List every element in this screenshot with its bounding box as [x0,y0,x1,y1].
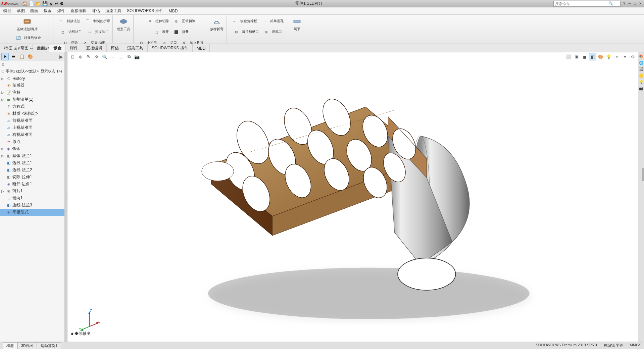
btn-lights[interactable]: ✦ [621,53,629,60]
tree-item-origin[interactable]: ✛ 原点 [0,138,64,145]
quick-access-new[interactable]: 📄 [29,1,34,6]
btn-edge-flange[interactable]: ◻ 边线法兰 [57,27,83,37]
sidebar-tool-pointer[interactable]: 🖱 [1,53,9,60]
expand-annotation[interactable]: ▷ [1,91,5,94]
quick-access-undo[interactable]: ↩ [55,1,58,6]
quick-access-save[interactable]: 💾 [42,1,48,6]
maximize-button[interactable]: □ [633,1,637,6]
tab-sheetmetal[interactable]: 钣金 [49,45,66,52]
viewport[interactable]: ⊡ ⊕ ↻ ✥ 🔍 ← ⊥ ⧉ 📷 ⬜ ▣ ◼ ◧ 🎨 💡 ⟡ ✦ ⚙ [67,52,638,342]
tree-item-cut1[interactable]: ◧ 切除-拉伸1 [0,173,64,181]
btn-miter-flange[interactable]: ⟟ 斜接法兰 [55,16,81,26]
menu-surface[interactable]: 曲面 [28,7,41,14]
expand-history[interactable]: ▷ [1,77,5,81]
btn-normal-to[interactable]: ⊥ [117,53,125,60]
tab-direct-edit[interactable]: 直接编辑 [82,44,107,52]
quick-access-open[interactable]: 📂 [36,1,41,6]
tree-item-material[interactable]: ◈ 材质 <未指定> [0,110,64,117]
sidebar-expand-arrow[interactable]: ▶ [59,54,63,59]
tab-surface[interactable]: 曲面 [33,44,49,52]
btn-fold[interactable]: ⬛ 折叠 [170,27,190,37]
bottom-tab-model[interactable]: 模型 [3,342,17,349]
rp-scene[interactable]: 🌐 [639,60,644,65]
btn-display-settings[interactable]: ⚙ [629,53,637,60]
tree-part-header[interactable]: ⬡ 零件1 (默认<<默认>_显示状态 1>) [0,68,64,74]
btn-normal-cut[interactable]: ⊘ 正常切除 [170,16,196,26]
menu-mbd[interactable]: MBD [166,8,181,14]
btn-camera[interactable]: 📷 [133,53,141,60]
btn-simple-hole[interactable]: ○ 简单直孔 [259,16,285,26]
expand-flat1[interactable]: ▷ [1,189,5,193]
btn-shaded-edges[interactable]: ◼ [581,53,588,60]
btn-zoom-fit[interactable]: ⊡ [69,53,76,60]
btn-zoom-select[interactable]: ⊕ [77,53,84,60]
tree-item-boss1[interactable]: ▷ ◧ 基体-法兰1 [0,152,64,159]
btn-pan[interactable]: ✥ [93,53,100,60]
rp-decal[interactable]: 🖼 [639,66,644,72]
menu-features[interactable]: 特征 [1,7,14,14]
tree-item-flatstyle[interactable]: ◈ 平板型式 [0,209,64,216]
btn-shadows[interactable]: 💡 [605,53,612,60]
btn-hidden-edges[interactable]: ▣ [573,53,580,60]
btn-shaded[interactable]: ◧ [589,53,596,60]
tab-render[interactable]: 渲染工具 [123,44,148,52]
minimize-button[interactable]: ─ [627,1,632,6]
btn-wireframe[interactable]: ⬜ [565,53,572,60]
tree-item-edge1[interactable]: ◧ 边线-法兰1 [0,159,64,166]
menu-addins[interactable]: SOLIDWORKS 插件 [124,7,166,14]
tab-sketch[interactable]: 草图 [16,44,33,52]
btn-slot[interactable]: ⊟ 薄片和槽口 [231,27,260,37]
rp-color[interactable]: 🟡 [639,73,644,78]
tree-item-cutlist[interactable]: ▷ ☰ 切割清单(1) [0,96,64,103]
sidebar-tool-properties[interactable]: 📋 [18,53,26,60]
btn-loft-bend[interactable]: 放样折弯 [209,16,225,32]
tab-mbd[interactable]: MBD [193,44,210,52]
menu-direct-edit[interactable]: 直接编辑 [68,7,89,14]
btn-swept-flange[interactable]: ⌒ 制制的折弯 [82,16,111,26]
rp-lights[interactable]: 💡 [639,79,644,85]
menu-sheetmetal[interactable]: 钣金 [41,7,54,14]
expand-cutlist[interactable]: ▷ [1,98,5,101]
tree-item-right-plane[interactable]: ▱ 右视基准面 [0,131,64,138]
tree-item-mirror1[interactable]: ⊞ 镜向1 [0,195,64,202]
btn-section[interactable]: ⧉ [125,53,133,60]
search-input[interactable] [554,2,607,6]
tree-item-history[interactable]: ▷ ⏱ History [0,75,64,82]
sidebar-collapse-handle[interactable]: ⋮ [65,52,67,342]
btn-scan-flange[interactable]: ⇢ 扫描法兰 [84,27,109,37]
tree-item-sheetmetal[interactable]: ▷ ◉ 钣金 [0,145,64,152]
menu-sketch[interactable]: 草图 [14,7,28,14]
menu-evaluate[interactable]: 评估 [89,7,103,14]
tree-item-edge3[interactable]: ◧ 边线-法兰3 [0,202,64,209]
bottom-tab-motion[interactable]: 运动算例1 [37,342,61,349]
help-button[interactable]: ? [622,1,627,6]
tree-item-front-plane[interactable]: ▱ 前视基准面 [0,117,64,124]
close-button[interactable]: ✕ [638,1,643,6]
btn-rotate[interactable]: ↻ [85,53,92,60]
quick-access-options[interactable]: ⚙ [60,1,64,6]
tree-item-annotation[interactable]: ▷ 📝 注解 [0,89,64,96]
expand-sheetmetal[interactable]: ▷ [1,147,5,151]
menu-render[interactable]: 渲染工具 [103,7,124,14]
rp-appearance[interactable]: 🎨 [639,54,644,59]
btn-prev-view[interactable]: ← [109,53,116,60]
tree-item-flat1[interactable]: ▷ ◉ 薄片1 [0,188,64,195]
quick-access-print[interactable]: 🖨 [49,1,53,6]
btn-vent[interactable]: ⊞ 通风口 [260,27,283,37]
tree-item-unfold1[interactable]: ◈ 断开-边角1 [0,181,64,188]
quick-access-home[interactable]: 🏠 [22,1,28,6]
filter-icon[interactable]: ⧖ [1,62,4,67]
btn-sm-corner[interactable]: ⌐ 钣金角撑板 [229,16,258,26]
btn-forming-tool[interactable]: 成形工具 [115,16,132,32]
bottom-tab-3dview[interactable]: 3D视图 [17,342,37,349]
sidebar-tool-colorwheel[interactable]: 🎨 [27,53,34,60]
tree-item-equations[interactable]: Σ 方程式 [0,103,64,110]
btn-extrude-cut[interactable]: ⧄ 拉伸切除 [144,16,170,26]
tab-weldment[interactable]: 焊件 [66,44,82,52]
btn-perspective[interactable]: ⟡ [613,53,621,60]
search-bar[interactable]: 🔍 [553,1,621,7]
tree-item-sensor[interactable]: 👁 传感器 [0,82,64,89]
btn-flatten[interactable]: 展平 [291,16,303,32]
btn-base-flange[interactable]: 基体法兰/薄片 [15,16,39,32]
right-panel-resize[interactable] [642,168,644,181]
